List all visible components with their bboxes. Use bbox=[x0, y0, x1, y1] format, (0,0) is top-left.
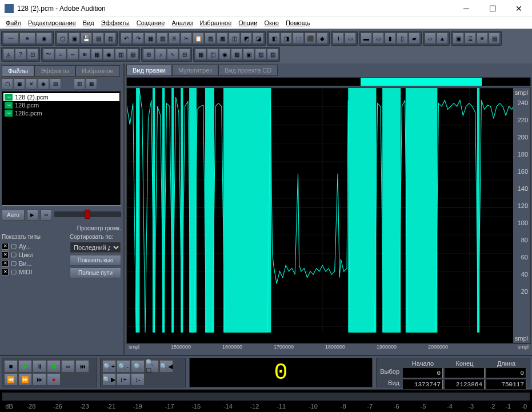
tool2-15[interactable]: ⊟ bbox=[179, 49, 190, 60]
waveform-display[interactable]: smpl 240 220 200 180 160 140 120 100 80 … bbox=[126, 87, 531, 343]
zoom-right-btn[interactable]: 🔍▶ bbox=[102, 373, 116, 386]
file-insert-btn[interactable]: ◉ bbox=[38, 78, 49, 90]
file-opt1-btn[interactable]: ▥ bbox=[74, 78, 85, 90]
menu-view[interactable]: Вид bbox=[79, 18, 98, 27]
tool2-16[interactable]: ▦ bbox=[195, 49, 206, 60]
view-tab-cd[interactable]: Вид проекта CD bbox=[218, 65, 278, 76]
tool-btn-24[interactable]: ≣ bbox=[465, 33, 476, 44]
tool-btn-9[interactable]: ◪ bbox=[253, 33, 264, 44]
file-close-btn[interactable]: ✕ bbox=[26, 78, 37, 90]
go-start-btn[interactable]: ⏮ bbox=[75, 360, 89, 373]
menu-edit[interactable]: Редактирование bbox=[25, 18, 79, 27]
sel-end[interactable] bbox=[445, 368, 485, 378]
tool2-1[interactable]: ◬ bbox=[3, 49, 14, 60]
file-edit-btn[interactable]: ▤ bbox=[50, 78, 61, 90]
menu-generate[interactable]: Создание bbox=[133, 18, 169, 27]
type-video[interactable]: ✕▢Ви... bbox=[2, 259, 66, 267]
slider-thumb-icon[interactable] bbox=[85, 210, 90, 219]
copy-btn[interactable]: ⎘ bbox=[169, 33, 180, 44]
tool2-10[interactable]: ▥ bbox=[115, 49, 126, 60]
tool2-6[interactable]: ∼ bbox=[67, 49, 78, 60]
maximize-button[interactable]: ☐ bbox=[479, 0, 506, 17]
redo-btn[interactable]: ↷ bbox=[133, 33, 144, 44]
menu-window[interactable]: Окно bbox=[261, 18, 282, 27]
tool-btn-12[interactable]: ⬚ bbox=[293, 33, 304, 44]
file-item[interactable]: 〰 128.pcm bbox=[3, 101, 119, 109]
type-audio[interactable]: ✕▢Ау... bbox=[2, 242, 66, 250]
tool-btn-2[interactable]: ▥ bbox=[105, 33, 116, 44]
type-loop[interactable]: ✕▢Цикл bbox=[2, 250, 66, 259]
forward-btn[interactable]: ⏩ bbox=[18, 373, 32, 386]
tool2-22[interactable]: ▧ bbox=[267, 49, 278, 60]
file-item[interactable]: 〰 128 (2).pcm bbox=[3, 93, 119, 101]
menu-favorites[interactable]: Избранное bbox=[197, 18, 235, 27]
menu-analyze[interactable]: Анализ bbox=[168, 18, 196, 27]
view-tab-edit[interactable]: Вид правки bbox=[126, 65, 172, 76]
zoom-v-out-btn[interactable]: ↕- bbox=[131, 373, 145, 386]
file-open-btn[interactable]: ▣ bbox=[14, 78, 25, 90]
level-meter[interactable]: dB -28 -26 -23 -21 -19 -17 -15 -14 -12 -… bbox=[0, 389, 532, 412]
tool-btn-17[interactable]: ▭ bbox=[373, 33, 384, 44]
file-import-btn[interactable]: ▢ bbox=[2, 78, 13, 90]
tool-btn-7[interactable]: ◫ bbox=[229, 33, 240, 44]
tool2-17[interactable]: ◫ bbox=[207, 49, 218, 60]
tool2-5[interactable]: ≈ bbox=[55, 49, 66, 60]
type-midi[interactable]: ✕▢MIDI bbox=[2, 267, 66, 276]
tool-btn-3[interactable]: ▦ bbox=[145, 33, 156, 44]
minimize-button[interactable]: ─ bbox=[453, 0, 479, 17]
tool2-4[interactable]: 〜 bbox=[43, 49, 54, 60]
tool-btn-18[interactable]: ▮ bbox=[385, 33, 396, 44]
loop-btn[interactable]: ∞ bbox=[61, 360, 75, 373]
undo-btn[interactable]: ↶ bbox=[121, 33, 132, 44]
tab-favorites[interactable]: Избранное bbox=[75, 65, 120, 77]
tool-btn-1[interactable]: ▤ bbox=[93, 33, 104, 44]
close-button[interactable]: ✕ bbox=[506, 0, 532, 17]
tool2-21[interactable]: ▨ bbox=[255, 49, 266, 60]
go-end-btn[interactable]: ⏭ bbox=[33, 373, 46, 386]
stop-btn[interactable]: ■ bbox=[4, 360, 18, 373]
zoom-full-btn[interactable]: 🔍 bbox=[131, 360, 145, 373]
tool-btn-10[interactable]: ◧ bbox=[269, 33, 280, 44]
pause-btn[interactable]: ⏸ bbox=[33, 360, 46, 373]
play-sel-btn[interactable]: ◉ bbox=[47, 360, 61, 373]
view-end[interactable]: 2123864 bbox=[445, 379, 485, 390]
sel-start[interactable]: 0 bbox=[403, 368, 443, 378]
multitrack-btn[interactable]: ≡ bbox=[19, 33, 35, 44]
open-btn[interactable]: ▣ bbox=[69, 33, 80, 44]
tool-btn-6[interactable]: ▩ bbox=[217, 33, 228, 44]
cut-btn[interactable]: ✂ bbox=[181, 33, 192, 44]
overview-bar[interactable] bbox=[126, 77, 531, 86]
tool2-9[interactable]: ◉ bbox=[103, 49, 114, 60]
tool-btn-19[interactable]: ▯ bbox=[397, 33, 408, 44]
menu-help[interactable]: Помощь bbox=[282, 18, 314, 27]
view-start[interactable]: 1373747 bbox=[403, 379, 443, 390]
tool2-11[interactable]: ▤ bbox=[127, 49, 138, 60]
tool-btn-4[interactable]: ▧ bbox=[157, 33, 168, 44]
zoom-in-btn[interactable]: 🔍+ bbox=[102, 360, 116, 373]
tool-btn-15[interactable]: ▭ bbox=[345, 33, 356, 44]
paste-btn[interactable]: 📋 bbox=[193, 33, 204, 44]
file-item[interactable]: 〰 128c.pcm bbox=[3, 109, 119, 117]
tool-btn-11[interactable]: ◨ bbox=[281, 33, 292, 44]
full-paths-btn[interactable]: Полные пути bbox=[70, 267, 121, 278]
tool2-2[interactable]: ? bbox=[15, 49, 26, 60]
menu-options[interactable]: Опции bbox=[235, 18, 261, 27]
tool-btn-5[interactable]: ▨ bbox=[205, 33, 216, 44]
tool2-12[interactable]: ⊞ bbox=[143, 49, 154, 60]
zoom-v-in-btn[interactable]: ↕+ bbox=[117, 373, 130, 386]
show-queue-btn[interactable]: Показать кью bbox=[70, 255, 121, 266]
cd-view-btn[interactable]: ◉ bbox=[36, 33, 52, 44]
sort-dropdown[interactable]: Последний д bbox=[70, 242, 121, 253]
view-tab-multi[interactable]: Мультитрек bbox=[172, 65, 218, 76]
volume-slider[interactable] bbox=[54, 208, 121, 222]
tool-btn-21[interactable]: ▱ bbox=[425, 33, 436, 44]
tool-btn-23[interactable]: ▣ bbox=[453, 33, 464, 44]
auto-btn[interactable]: Авто bbox=[2, 210, 25, 221]
zoom-sel-btn[interactable]: 🔍▢ bbox=[145, 360, 159, 373]
tool-btn-22[interactable]: ▲ bbox=[437, 33, 448, 44]
time-display[interactable]: 0 bbox=[189, 358, 373, 387]
view-length[interactable]: 750117 bbox=[486, 379, 526, 390]
play-btn[interactable]: ▶ bbox=[18, 360, 32, 373]
timeline[interactable]: smpl 1500000 1600000 1700000 1800000 190… bbox=[126, 343, 531, 354]
rewind-btn[interactable]: ⏪ bbox=[4, 373, 18, 386]
